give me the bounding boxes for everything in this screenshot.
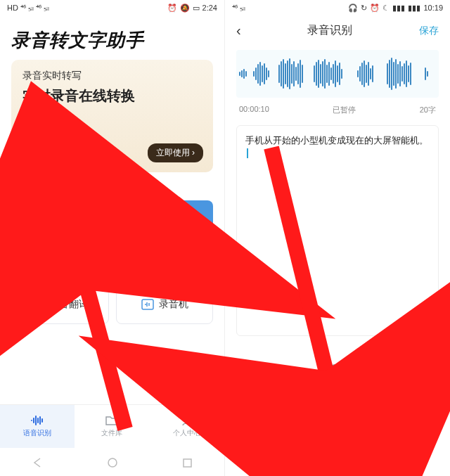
card-voice-translate[interactable]: 中A 语音翻译 <box>11 285 109 324</box>
card-realtime-transcribe[interactable]: T 录音实时转写 <box>11 200 109 276</box>
banner-sub1: 录音实时转写 <box>22 70 202 82</box>
export-action-icon <box>399 364 413 378</box>
svg-point-5 <box>69 236 72 239</box>
svg-rect-15 <box>333 365 342 376</box>
tab-profile[interactable]: 个人中心 <box>150 405 224 448</box>
tab2-label: 文件库 <box>101 428 122 438</box>
secondary-cards: 中A 语音翻译 录音机 <box>0 276 224 333</box>
status-right: ⏰ 🔕 ▭ 2:24 <box>167 4 217 13</box>
header-title: 录音识别 <box>307 23 352 38</box>
battery-icon: ▭ <box>193 4 200 13</box>
folder-icon <box>105 415 118 426</box>
record-button-wrap: 继续录音 <box>311 391 364 451</box>
banner-sub3: 多国语言一键翻译 <box>22 125 202 136</box>
tab1-label: 语音识别 <box>23 428 51 438</box>
play-icon <box>334 407 344 418</box>
action-row: 翻译 复制 导出 <box>225 363 450 392</box>
waveform[interactable] <box>236 50 439 98</box>
transcript-text: 手机从开始的小型机变成现在的大屏智能机。 <box>245 135 428 157</box>
nav-back-icon[interactable] <box>32 457 43 468</box>
card1-label: 录音实时转写 <box>30 246 89 259</box>
status-left: HD ⁴⁶ ₅ᵢₗ ⁴⁶ ₅ᵢₗ <box>7 4 49 13</box>
svg-text:A: A <box>40 304 44 309</box>
action-copy[interactable]: 复制 <box>316 363 359 392</box>
sync-icon: ↻ <box>361 4 367 13</box>
wifi-icon: ▮▮▮ <box>392 4 405 13</box>
svg-point-2 <box>48 218 51 221</box>
save-button[interactable]: 保存 <box>419 25 439 37</box>
banner-wave-icon <box>22 147 121 168</box>
card-import-audio[interactable]: 导入外部音频 <box>116 200 214 276</box>
record-info: 00:00:10 已暂停 20字 <box>225 98 450 122</box>
card2-label: 导入外部音频 <box>135 246 194 259</box>
card-recorder[interactable]: 录音机 <box>116 285 214 324</box>
copy-action-icon <box>330 363 345 378</box>
moon-icon: ☾ <box>382 4 390 13</box>
svg-point-13 <box>108 458 117 467</box>
mute-icon: 🔕 <box>180 4 190 13</box>
person-icon <box>181 415 193 426</box>
record-label: 继续录音 <box>322 436 353 446</box>
status-bar: HD ⁴⁶ ₅ᵢₗ ⁴⁶ ₅ᵢₗ ⏰ 🔕 ▭ 2:24 <box>0 0 224 15</box>
alarm-icon: ⏰ <box>167 4 177 13</box>
svg-point-4 <box>48 236 51 239</box>
back-button[interactable]: ‹ <box>236 22 241 39</box>
tab-voice-recognition[interactable]: 语音识别 <box>0 405 75 448</box>
row2a-label: 语音翻译 <box>49 298 89 311</box>
transcript-box[interactable]: 手机从开始的小型机变成现在的大屏智能机。 <box>236 125 439 336</box>
svg-point-12 <box>185 416 189 420</box>
action-translate[interactable]: 翻译 <box>248 363 290 392</box>
wave-icon <box>30 415 44 426</box>
elapsed-time: 00:00:10 <box>239 105 269 115</box>
svg-text:T: T <box>57 223 63 234</box>
tab3-label: 个人中心 <box>173 428 201 438</box>
continue-record-button[interactable] <box>319 394 356 432</box>
nav-recent-icon[interactable] <box>182 458 193 468</box>
feature-cards: T 录音实时转写 导入外部音频 <box>0 200 224 276</box>
nav-home-icon[interactable] <box>107 457 118 468</box>
left-phone: HD ⁴⁶ ₅ᵢₗ ⁴⁶ ₅ᵢₗ ⏰ 🔕 ▭ 2:24 录音转文字助手 录音实时… <box>0 0 225 476</box>
act-a-label: 翻译 <box>262 381 277 392</box>
tab-bar: 语音识别 文件库 个人中心 <box>0 404 224 448</box>
svg-point-3 <box>69 218 72 221</box>
alarm-icon: ⏰ <box>370 4 380 13</box>
banner-main: 实时录音在线转换 <box>22 86 202 105</box>
status-bar-r: ⁴⁶ ₅ᵢₗ 🎧 ↻ ⏰ ☾ ▮▮▮ ▮▮▮ 10:19 <box>225 0 450 15</box>
battery-icon: ▮▮▮ <box>408 4 420 13</box>
act-b-label: 复制 <box>330 381 345 392</box>
android-nav <box>0 449 224 476</box>
status-time-r: 10:19 <box>423 4 443 12</box>
row2b-label: 录音机 <box>159 298 188 311</box>
banner-cta-button[interactable]: 立即使用 › <box>148 143 203 162</box>
right-phone: ⁴⁶ ₅ᵢₗ 🎧 ↻ ⏰ ☾ ▮▮▮ ▮▮▮ 10:19 ‹ 录音识别 保存 0… <box>225 0 450 476</box>
banner-sub2: 语音翻译 <box>22 111 202 124</box>
svg-rect-11 <box>142 300 153 309</box>
word-count: 20字 <box>420 105 436 115</box>
act-c-label: 导出 <box>398 380 413 391</box>
text-frame-icon: T <box>46 218 74 239</box>
app-title: 录音转文字助手 <box>0 15 224 60</box>
svg-rect-14 <box>184 459 191 467</box>
tab-files[interactable]: 文件库 <box>75 405 149 448</box>
banner-dots <box>0 178 224 191</box>
status-time: 2:24 <box>202 4 217 12</box>
record-header: ‹ 录音识别 保存 <box>225 15 450 46</box>
action-export[interactable]: 导出 <box>385 364 427 391</box>
banner-card[interactable]: 录音实时转写 实时录音在线转换 语音翻译 多国语言一键翻译 立即使用 › <box>11 60 213 172</box>
translate-action-icon <box>262 363 277 378</box>
language-selector[interactable]: 普通话 ▾ <box>239 429 288 448</box>
record-state: 已暂停 <box>333 105 356 115</box>
headphone-icon: 🎧 <box>348 4 358 13</box>
import-audio-icon <box>153 218 176 239</box>
status-left-r: ⁴⁶ ₅ᵢₗ <box>232 4 245 13</box>
recorder-icon <box>141 297 155 311</box>
translate-icon: 中A <box>31 297 45 311</box>
status-right-r: 🎧 ↻ ⏰ ☾ ▮▮▮ ▮▮▮ 10:19 <box>348 4 443 13</box>
